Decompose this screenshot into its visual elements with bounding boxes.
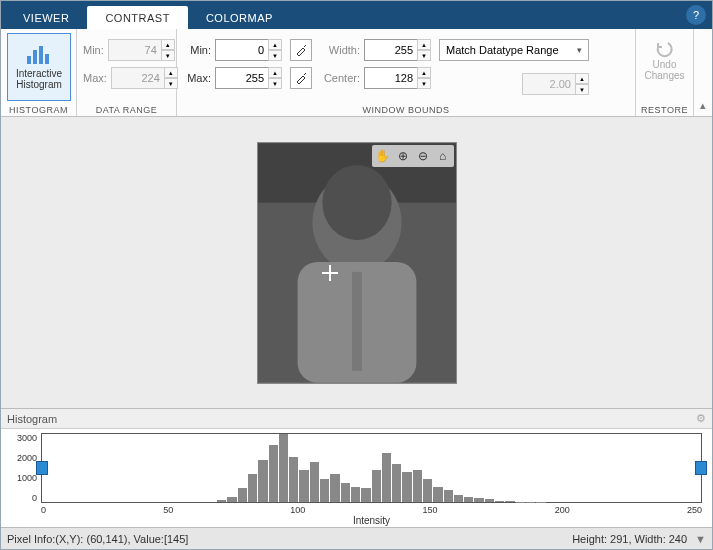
win-min-down[interactable]: ▼ bbox=[268, 50, 282, 61]
histogram-xaxis: 050100150200250 bbox=[41, 505, 702, 515]
eyedropper-icon bbox=[295, 72, 307, 84]
spin-up: ▲ bbox=[161, 39, 175, 50]
svg-rect-0 bbox=[27, 56, 31, 64]
zoom-out-icon[interactable]: ⊖ bbox=[414, 147, 432, 165]
histogram-plot[interactable] bbox=[41, 433, 702, 503]
undo-changes-button[interactable]: UndoChanges bbox=[644, 39, 684, 81]
win-min-label: Min: bbox=[183, 44, 211, 56]
pan-icon[interactable]: ✋ bbox=[374, 147, 392, 165]
svg-point-7 bbox=[322, 164, 391, 239]
image-content bbox=[258, 143, 456, 383]
win-center-label: Center: bbox=[320, 72, 360, 84]
data-min-label: Min: bbox=[83, 44, 104, 56]
zoom-in-icon[interactable]: ⊕ bbox=[394, 147, 412, 165]
section-label-datarange: DATA RANGE bbox=[77, 105, 176, 115]
svg-rect-1 bbox=[33, 50, 37, 64]
eyedropper-max-button[interactable] bbox=[290, 67, 312, 89]
histogram-icon bbox=[25, 44, 53, 66]
tab-contrast[interactable]: CONTRAST bbox=[87, 6, 188, 29]
collapse-toolstrip-button[interactable]: ▴ bbox=[694, 29, 712, 116]
svg-rect-2 bbox=[39, 46, 43, 64]
svg-rect-3 bbox=[45, 54, 49, 64]
pixel-info: Pixel Info:(X,Y): (60,141), Value:[145] bbox=[7, 533, 188, 545]
tab-viewer[interactable]: VIEWER bbox=[5, 6, 87, 29]
win-min-field[interactable] bbox=[215, 39, 269, 61]
data-max-label: Max: bbox=[83, 72, 107, 84]
win-center-field[interactable] bbox=[364, 67, 418, 89]
undo-icon bbox=[654, 39, 676, 59]
win-max-label: Max: bbox=[183, 72, 211, 84]
data-min-field bbox=[108, 39, 162, 61]
home-icon[interactable]: ⌂ bbox=[434, 147, 452, 165]
interactive-histogram-button[interactable]: Interactive Histogram bbox=[7, 33, 71, 101]
tab-colormap[interactable]: COLORMAP bbox=[188, 6, 291, 29]
eyedropper-icon bbox=[295, 44, 307, 56]
histogram-max-handle[interactable] bbox=[695, 461, 707, 475]
help-icon[interactable]: ? bbox=[686, 5, 706, 25]
histogram-yaxis: 3000200010000 bbox=[5, 433, 37, 503]
win-width-field[interactable] bbox=[364, 39, 418, 61]
histogram-xlabel: Intensity bbox=[41, 515, 702, 526]
histogram-min-handle[interactable] bbox=[36, 461, 48, 475]
range-mode-dropdown[interactable]: Match Datatype Range bbox=[439, 39, 589, 61]
panel-options-icon[interactable]: ⚙ bbox=[696, 412, 706, 425]
collapse-status-icon[interactable]: ▼ bbox=[695, 533, 706, 545]
section-label-restore: RESTORE bbox=[636, 105, 693, 115]
eyedropper-min-button[interactable] bbox=[290, 39, 312, 61]
data-max-field bbox=[111, 67, 165, 89]
image-dims: Height: 291, Width: 240 bbox=[572, 533, 687, 545]
histogram-panel-title: Histogram bbox=[7, 413, 57, 425]
svg-rect-9 bbox=[352, 271, 362, 370]
win-min-up[interactable]: ▲ bbox=[268, 39, 282, 50]
gamma-field bbox=[522, 73, 576, 95]
spin-down: ▼ bbox=[161, 50, 175, 61]
section-label-histogram: HISTOGRAM bbox=[1, 105, 76, 115]
image-canvas[interactable]: ✋ ⊕ ⊖ ⌂ bbox=[1, 117, 712, 408]
section-label-windowbounds: WINDOW BOUNDS bbox=[177, 105, 635, 115]
win-max-field[interactable] bbox=[215, 67, 269, 89]
win-width-label: Width: bbox=[320, 44, 360, 56]
